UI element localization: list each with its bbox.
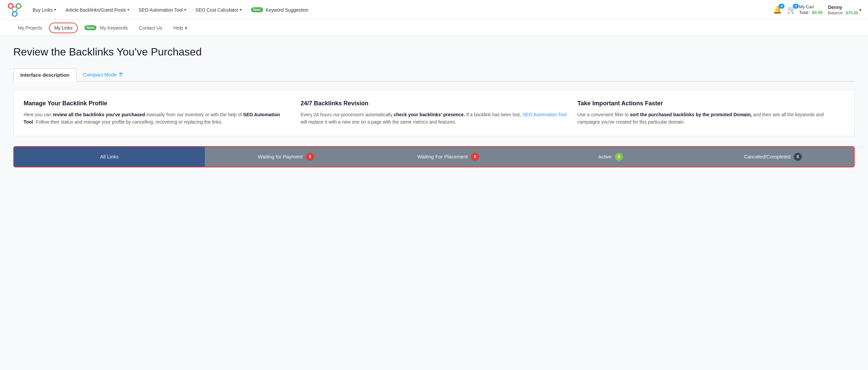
status-bar: All Links Waiting for Payment 0 Waiting … bbox=[13, 146, 855, 167]
sub-nav: My Projects My Links New! My Keywords Co… bbox=[0, 20, 868, 36]
seo-automation-link[interactable]: SEO Automation Tool bbox=[523, 112, 567, 117]
info-card-manage-body: Here you can review all the backlinks yo… bbox=[24, 111, 291, 126]
help-chevron-icon: ▾ bbox=[185, 25, 187, 31]
tab-compact-mode[interactable]: Compact Mode ⇈ bbox=[76, 68, 130, 81]
page-title: Review the Backlinks You've Purchased bbox=[13, 46, 855, 58]
status-tab-waiting-payment[interactable]: Waiting for Payment 0 bbox=[205, 147, 367, 167]
subnav-help[interactable]: Help ▾ bbox=[169, 23, 192, 33]
new-badge-keywords: New! bbox=[85, 25, 96, 30]
info-card-actions: Take Important Actions Faster Use a conv… bbox=[577, 100, 844, 126]
main-content: Review the Backlinks You've Purchased In… bbox=[0, 36, 868, 370]
notification-count: 4 bbox=[779, 4, 784, 9]
info-card-actions-heading: Take Important Actions Faster bbox=[577, 100, 844, 107]
nav-right-area: 🔔 4 🛒 0 My Cart Total: $0.00 Denny Balan… bbox=[773, 4, 861, 15]
new-badge: New! bbox=[251, 7, 263, 12]
svg-point-2 bbox=[12, 12, 17, 16]
status-tab-canceled[interactable]: Canceled/Completed 0 bbox=[692, 147, 854, 167]
user-name: Denny bbox=[828, 5, 858, 10]
chevron-down-icon: ▾ bbox=[127, 8, 129, 12]
cart-label: My Cart bbox=[799, 4, 823, 10]
svg-point-1 bbox=[16, 4, 21, 8]
tabs-row: Interface description Compact Mode ⇈ bbox=[13, 68, 855, 82]
status-tab-all-links[interactable]: All Links bbox=[14, 147, 205, 167]
nav-article-backlinks[interactable]: Article Backlinks/Guest Posts ▾ bbox=[62, 5, 133, 14]
notification-bell[interactable]: 🔔 4 bbox=[773, 6, 782, 14]
nav-keyword-suggestion[interactable]: New! Keyword Suggestion bbox=[248, 5, 312, 14]
subnav-contact-us[interactable]: Contact Us bbox=[134, 23, 166, 33]
chevron-down-icon: ▾ bbox=[240, 8, 242, 12]
status-tab-active[interactable]: Active 0 bbox=[529, 147, 692, 167]
nav-buy-links[interactable]: Buy Links ▾ bbox=[29, 5, 60, 14]
cart-total-value: $0.00 bbox=[812, 10, 823, 15]
chevron-down-icon: ▾ bbox=[54, 8, 56, 12]
logo[interactable] bbox=[7, 2, 23, 18]
info-card-revision: 24/7 Backlinks Revision Every 24 hours o… bbox=[301, 100, 568, 126]
info-card-manage-heading: Manage Your Backlink Profile bbox=[24, 100, 291, 107]
cart-area[interactable]: 🛒 0 My Cart Total: $0.00 bbox=[787, 4, 823, 15]
user-dropdown-icon: ▾ bbox=[859, 8, 861, 12]
cart-count: 0 bbox=[793, 4, 799, 9]
balance-label: Balance: bbox=[828, 11, 844, 15]
info-card-manage: Manage Your Backlink Profile Here you ca… bbox=[24, 100, 291, 126]
info-card-revision-heading: 24/7 Backlinks Revision bbox=[301, 100, 568, 107]
cart-icon-wrap: 🛒 0 bbox=[787, 6, 796, 14]
subnav-my-links[interactable]: My Links bbox=[49, 23, 78, 33]
svg-point-0 bbox=[8, 4, 13, 8]
chevron-down-icon: ▾ bbox=[184, 8, 186, 12]
waiting-placement-count: 0 bbox=[471, 153, 479, 161]
svg-line-4 bbox=[12, 8, 13, 12]
canceled-count: 0 bbox=[794, 153, 802, 161]
subnav-my-keywords[interactable]: New! My Keywords bbox=[80, 23, 132, 33]
status-tab-waiting-placement[interactable]: Waiting For Placement 0 bbox=[367, 147, 529, 167]
info-card-revision-body: Every 24 hours our processors automatica… bbox=[301, 111, 568, 126]
active-count: 0 bbox=[615, 153, 623, 161]
svg-line-5 bbox=[16, 8, 18, 12]
info-cards: Manage Your Backlink Profile Here you ca… bbox=[13, 90, 855, 136]
info-card-actions-body: Use a convenient filter to sort the purc… bbox=[577, 111, 844, 126]
subnav-my-projects[interactable]: My Projects bbox=[13, 23, 47, 33]
nav-seo-automation[interactable]: SEO Automation Tool ▾ bbox=[135, 5, 190, 14]
chevron-up-icon: ⇈ bbox=[119, 71, 123, 78]
top-nav: Buy Links ▾ Article Backlinks/Guest Post… bbox=[0, 0, 868, 20]
cart-total-label: Total: bbox=[799, 10, 809, 15]
balance-value: $75.00 bbox=[846, 11, 858, 15]
waiting-payment-count: 0 bbox=[306, 153, 314, 161]
tab-interface-description[interactable]: Interface description bbox=[13, 68, 76, 82]
user-area[interactable]: Denny Balance: $75.00 ▾ bbox=[828, 5, 861, 15]
nav-seo-cost-calc[interactable]: SEO Cost Calculator ▾ bbox=[192, 5, 245, 14]
